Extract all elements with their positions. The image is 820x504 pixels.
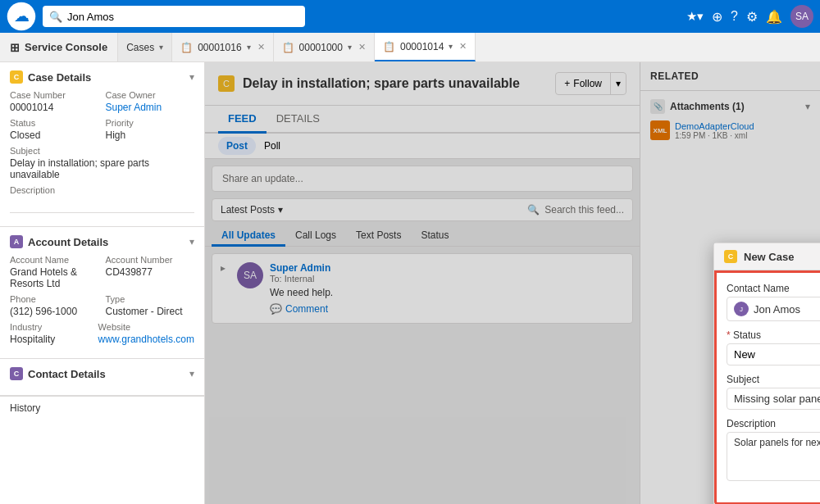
modal-header: C New Case _ ⤢ ✕ — [714, 243, 820, 270]
case-owner-label: Case Owner — [106, 90, 195, 100]
description-label: Description — [10, 185, 194, 195]
description-textarea[interactable] — [727, 432, 820, 481]
close-tab-icon[interactable]: ✕ — [257, 42, 265, 52]
contact-name-input[interactable]: J Jon Amos ✕ — [727, 297, 820, 321]
subject-label: Subject — [10, 146, 194, 156]
left-sidebar: C Case Details ▾ Case Number 00001014 Ca… — [0, 62, 205, 504]
contact-icon: C — [10, 367, 23, 380]
contact-inner: J Jon Amos — [734, 302, 800, 316]
case-owner-value[interactable]: Super Admin — [106, 102, 195, 113]
case-details-title: C Case Details — [10, 70, 91, 84]
contact-name-value: Jon Amos — [754, 303, 800, 316]
global-search-box[interactable]: 🔍 — [43, 6, 305, 27]
type-label: Type — [106, 294, 195, 304]
phone-label: Phone — [10, 294, 99, 304]
nav-icon-group: ★▾ ⊕ ? ⚙ 🔔 SA — [686, 5, 813, 28]
top-navigation: ☁ 🔍 ★▾ ⊕ ? ⚙ 🔔 SA — [0, 0, 820, 33]
contact-name-group: Contact Name J Jon Amos ✕ — [727, 283, 820, 321]
case-icon: 📋 — [282, 42, 294, 53]
add-icon[interactable]: ⊕ — [712, 9, 722, 25]
close-tab-icon[interactable]: ✕ — [459, 41, 467, 52]
case-number-value: 00001014 — [10, 102, 99, 113]
account-number-label: Account Number — [106, 255, 195, 265]
type-value: Customer - Direct — [106, 306, 195, 317]
case-icon: 📋 — [180, 42, 193, 53]
status-label: Status — [10, 118, 99, 128]
favorites-icon[interactable]: ★▾ — [686, 9, 704, 24]
description-value — [10, 197, 194, 213]
chevron-down-icon: ▾ — [449, 42, 453, 51]
tab-bar: ⊞ Service Console Cases ▾ 📋 00001016 ▾ ✕… — [0, 33, 820, 62]
contact-avatar: J — [734, 302, 749, 316]
tab-cases[interactable]: Cases ▾ — [118, 33, 172, 61]
new-case-modal: C New Case _ ⤢ ✕ Contact Name J Jon Am — [713, 243, 820, 504]
chevron-down-icon: ▾ — [159, 43, 163, 52]
industry-label: Industry — [10, 322, 92, 332]
priority-label: Priority — [106, 118, 195, 128]
tab-00001000-label: 00001000 — [299, 42, 343, 53]
modal-case-icon: C — [724, 250, 737, 263]
notifications-icon[interactable]: 🔔 — [766, 9, 782, 25]
case-details-chevron[interactable]: ▾ — [189, 71, 194, 83]
history-label: History — [10, 402, 40, 414]
description-group: Description — [727, 418, 820, 484]
status-value: Closed — [10, 129, 99, 141]
search-icon: 🔍 — [49, 11, 62, 23]
case-icon: 📋 — [383, 41, 395, 52]
account-name-label: Account Name — [10, 255, 99, 265]
status-value: New — [734, 348, 755, 361]
modal-body: Contact Name J Jon Amos ✕ Status New ▾ — [714, 270, 820, 504]
main-area: C Delay in installation; spare parts una… — [205, 62, 820, 504]
priority-value: High — [106, 129, 195, 141]
account-details-title: A Account Details — [10, 235, 108, 248]
account-details-section: A Account Details ▾ Account Name Grand H… — [0, 227, 204, 359]
status-select[interactable]: New ▾ — [727, 343, 820, 366]
settings-icon[interactable]: ⚙ — [746, 9, 758, 25]
subject-group: Subject — [727, 374, 820, 410]
chevron-down-icon: ▾ — [348, 43, 352, 52]
search-input[interactable] — [67, 11, 298, 23]
user-avatar[interactable]: SA — [790, 5, 813, 28]
contact-details-title: C Contact Details — [10, 367, 106, 380]
tab-cases-label: Cases — [126, 42, 154, 53]
industry-value: Hospitality — [10, 334, 92, 345]
website-label: Website — [98, 322, 194, 332]
modal-title: C New Case — [724, 250, 794, 263]
phone-value: (312) 596-1000 — [10, 306, 99, 317]
tab-00001016-label: 00001016 — [198, 42, 241, 53]
help-icon[interactable]: ? — [731, 9, 738, 24]
account-icon: A — [10, 235, 23, 248]
app-title: ⊞ Service Console — [0, 33, 118, 61]
case-details-section: C Case Details ▾ Case Number 00001014 Ca… — [0, 62, 204, 227]
subject-label: Subject — [727, 374, 820, 385]
case-icon: C — [10, 70, 23, 84]
status-label: Status — [727, 329, 820, 341]
tab-00001000[interactable]: 📋 00001000 ▾ ✕ — [274, 33, 375, 61]
tab-00001014-label: 00001014 — [400, 41, 444, 52]
salesforce-logo[interactable]: ☁ — [7, 2, 36, 31]
subject-value: Delay in installation; spare parts unava… — [10, 157, 194, 180]
case-number-label: Case Number — [10, 90, 99, 100]
account-number-value: CD439877 — [106, 266, 195, 278]
history-bar[interactable]: History — [0, 396, 204, 419]
account-details-chevron[interactable]: ▾ — [189, 236, 194, 247]
svg-text:☁: ☁ — [14, 7, 30, 25]
tab-00001014[interactable]: 📋 00001014 ▾ ✕ — [375, 33, 476, 61]
contact-name-label: Contact Name — [727, 283, 820, 294]
tab-00001016[interactable]: 📋 00001016 ▾ ✕ — [172, 33, 273, 61]
website-value[interactable]: www.grandhotels.com — [98, 334, 194, 345]
account-name-value: Grand Hotels & Resorts Ltd — [10, 266, 99, 289]
status-group: Status New ▾ — [727, 329, 820, 366]
grid-icon[interactable]: ⊞ — [10, 41, 20, 54]
close-tab-icon[interactable]: ✕ — [358, 42, 366, 52]
description-label: Description — [727, 418, 820, 429]
subject-input[interactable] — [727, 388, 820, 410]
chevron-down-icon: ▾ — [247, 43, 251, 52]
contact-details-section: C Contact Details ▾ — [0, 359, 204, 396]
contact-details-chevron[interactable]: ▾ — [189, 368, 194, 379]
app-title-label: Service Console — [25, 41, 107, 53]
